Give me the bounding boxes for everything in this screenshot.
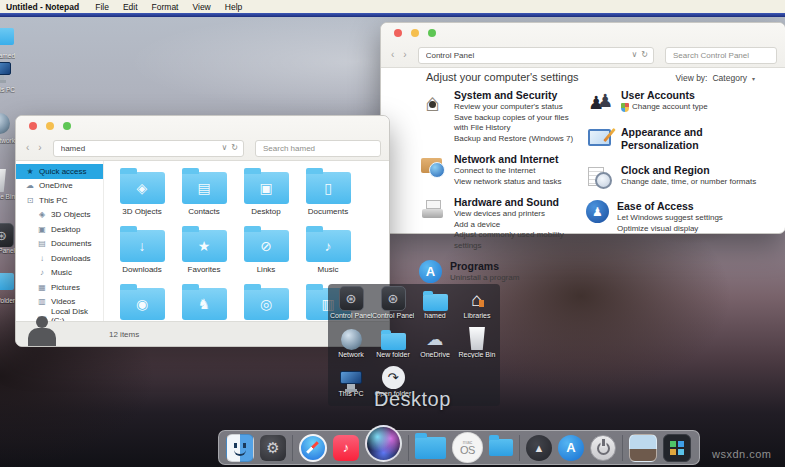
menu-format[interactable]: Format [152,2,179,12]
category-title[interactable]: System and Security [454,89,584,102]
photos-icon[interactable] [629,434,657,462]
folder-searches[interactable]: Searches [235,284,297,322]
sidebar-item-desktop[interactable]: Desktop [16,222,103,237]
desktop-icon-recycle-bin[interactable]: Recycle Bin [456,326,498,365]
category-link[interactable]: Change account type [621,102,708,113]
close-button[interactable] [29,122,37,130]
category-link[interactable]: Add a device [454,220,584,231]
desktop-folder-icon[interactable] [415,437,446,459]
documents-folder-icon[interactable] [489,439,513,456]
sidebar-item-quick-access[interactable]: Quick access [16,164,103,179]
desktop-icon-hamed[interactable]: hamed [414,287,456,326]
menu-file[interactable]: File [95,2,109,12]
category-title[interactable]: Hardware and Sound [454,196,584,209]
close-button[interactable] [394,29,402,37]
app-store-icon[interactable]: A [558,435,584,461]
desktop-icon-hamed-edge[interactable]: hamed [0,27,15,59]
folder-contacts[interactable]: Contacts [173,168,235,226]
category-appearance-personalization[interactable]: Appearance and Personalization [586,125,782,152]
forward-button[interactable]: › [401,50,408,60]
refresh-icon[interactable]: ↻ [231,144,238,152]
minimize-button[interactable] [46,122,54,130]
category-title[interactable]: Network and Internet [454,153,561,166]
category-network-and-internet[interactable]: Network and Internet Connect to the Inte… [419,153,584,187]
address-bar[interactable]: ∨ ↻ [53,140,244,157]
back-button[interactable]: ‹ [389,50,396,60]
category-programs[interactable]: A Programs Uninstall a program [419,260,584,284]
address-bar[interactable]: ∨ ↻ [418,47,654,64]
desktop-icon-network-edge[interactable]: Network [0,112,15,144]
category-title[interactable]: Programs [450,260,519,273]
search-box[interactable] [255,140,381,157]
category-link[interactable]: Backup and Restore (Windows 7) [454,134,584,145]
sidebar-item-pictures[interactable]: Pictures [16,280,103,295]
desktop-icon-new-folder[interactable]: New folder [372,326,414,365]
category-system-and-security[interactable]: ⌂ System and Security Review your comput… [419,89,584,144]
folder-music[interactable]: Music [297,226,359,284]
address-input[interactable] [424,50,628,61]
category-title[interactable]: User Accounts [621,89,708,102]
maximize-button[interactable] [63,122,71,130]
category-title[interactable]: Appearance and Personalization [621,126,782,152]
power-icon[interactable] [590,435,616,461]
address-input[interactable] [59,143,218,154]
explorer-titlebar[interactable]: ‹ › ∨ ↻ [16,116,389,161]
siri-icon[interactable] [365,425,402,462]
search-input[interactable] [671,50,771,61]
search-input[interactable] [261,143,375,154]
category-ease-of-access[interactable]: ♟ Ease of Access Let Windows suggest set… [586,200,782,234]
desktop-icon-control-panel-edge[interactable]: ⊛ Control Panel [0,222,15,254]
folder-saved-games[interactable]: Saved Games [173,284,235,322]
macos-logo-icon[interactable]: mac OS [452,432,483,463]
sidebar-item-documents[interactable]: Documents [16,237,103,252]
folder-documents[interactable]: Documents [297,168,359,226]
dropdown-icon[interactable]: ∨ [221,144,227,152]
category-link[interactable]: View devices and printers [454,209,584,220]
category-hardware-and-sound[interactable]: Hardware and Sound View devices and prin… [419,196,584,251]
system-preferences-icon[interactable]: ⚙ [260,435,286,461]
category-link[interactable]: Save backup copies of your files with Fi… [454,113,584,134]
maximize-button[interactable] [428,29,436,37]
finder-icon[interactable] [226,434,254,462]
search-box[interactable] [665,47,777,64]
menu-edit[interactable]: Edit [123,2,138,12]
category-link[interactable]: Uninstall a program [450,273,519,284]
apps-stack-icon[interactable] [663,434,691,462]
category-link[interactable]: View network status and tasks [454,177,561,188]
forward-button[interactable]: › [36,143,43,153]
view-by-value[interactable]: Category [712,73,747,83]
folder-downloads[interactable]: Downloads [111,226,173,284]
menu-view[interactable]: View [192,2,210,12]
launchpad-icon[interactable]: ▲ [526,435,552,461]
refresh-icon[interactable]: ↻ [641,51,648,59]
desktop-icon-onedrive[interactable]: ☁OneDrive [414,326,456,365]
sidebar-item-downloads[interactable]: Downloads [16,251,103,266]
category-link[interactable]: Optimize visual display [617,224,723,235]
sidebar-item-music[interactable]: Music [16,266,103,281]
category-title[interactable]: Ease of Access [617,200,723,213]
desktop-icon-control-panel-2[interactable]: ⊛Control Panel [372,287,414,326]
category-title[interactable]: Clock and Region [621,164,756,177]
category-clock-and-region[interactable]: Clock and Region Change date, time, or n… [586,164,782,191]
minimize-button[interactable] [411,29,419,37]
sidebar-item-onedrive[interactable]: OneDrive [16,179,103,194]
desktop-icon-control-panel-1[interactable]: ⊛Control Panel [330,287,372,326]
desktop-icon-this-pc[interactable]: This PC [330,365,372,404]
sidebar-item-this-pc[interactable]: This PC [16,193,103,208]
desktop-icon-libraries[interactable]: ⌂Libraries [456,287,498,326]
desktop-icon-network[interactable]: Network [330,326,372,365]
folder-links[interactable]: Links [235,226,297,284]
menu-help[interactable]: Help [225,2,242,12]
music-app-icon[interactable]: ♪ [333,435,359,461]
category-user-accounts[interactable]: User Accounts Change account type [586,89,782,116]
category-link[interactable]: Change date, time, or number formats [621,177,756,188]
folder-pictures[interactable]: Pictures [111,284,173,322]
desktop-icon-recycle-bin-edge[interactable]: Recycle Bin [0,168,15,200]
control-panel-titlebar[interactable]: ‹ › ∨ ↻ [381,23,785,68]
sidebar-item-3d-objects[interactable]: 3D Objects [16,208,103,223]
view-by-control[interactable]: View by: Category ▾ [676,73,756,83]
dropdown-icon[interactable]: ∨ [631,51,637,59]
folder-desktop[interactable]: Desktop [235,168,297,226]
desktop-icon-this-pc-edge[interactable]: This PC [0,61,15,93]
desktop-icon-new-folder-edge[interactable]: New folder [0,272,15,304]
